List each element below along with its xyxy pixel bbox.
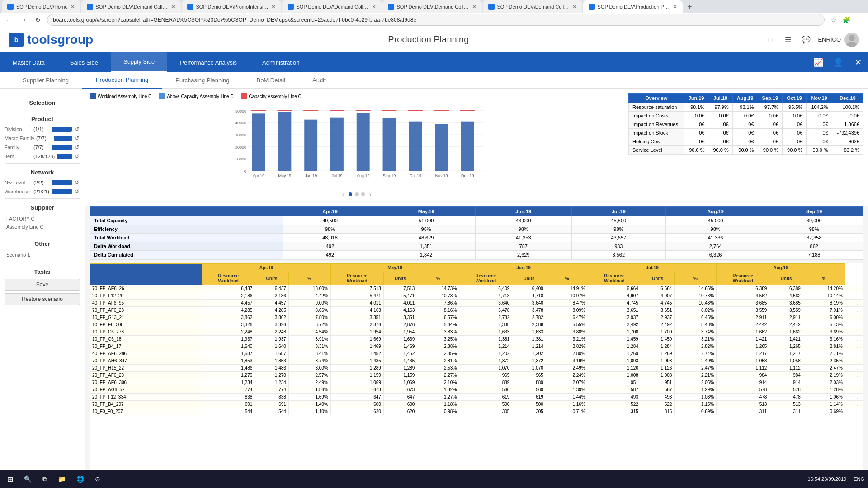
more-button[interactable]: ⋮ [854, 14, 864, 25]
sidebar-refresh[interactable]: ↺ [74, 126, 80, 132]
resource-units: 1,421 [769, 336, 803, 343]
resource-rw: 6,409 [459, 285, 512, 292]
sidebar-refresh[interactable]: ↺ [74, 179, 80, 186]
resource-row: 10_F0_F0_2075445441.10%6206200.98%305305… [90, 408, 863, 415]
nav-item-supply-side[interactable]: Supply Side [111, 52, 167, 72]
chat-icon[interactable]: 💬 [800, 33, 812, 46]
sidebar-supplier-item[interactable]: FACTORY C [5, 215, 80, 223]
overview-cell: 0€ [684, 120, 708, 129]
sub-nav-supplier-planning[interactable]: Supplier Planning [9, 72, 82, 89]
sub-nav-audit[interactable]: Audit [299, 72, 340, 89]
tab-close[interactable]: ✕ [71, 4, 75, 10]
dot-3[interactable] [361, 192, 365, 196]
resource-units: 1,687 [255, 350, 289, 357]
resource-rw: 620 [330, 408, 383, 415]
carousel-next[interactable]: › [367, 191, 374, 198]
nav-item-administration[interactable]: Administration [250, 52, 312, 72]
tab-close[interactable]: ✕ [673, 4, 677, 10]
sidebar-other-item[interactable]: Scenario 1 [5, 251, 80, 259]
start-button[interactable]: ⊞ [4, 475, 17, 483]
dot-1[interactable] [349, 192, 352, 196]
sub-nav-purchasing-planning[interactable]: Purchasing Planning [162, 72, 243, 89]
resource-rw: 4,163 [330, 307, 383, 314]
tab-close[interactable]: ✕ [372, 4, 376, 10]
nav-item-performance-analysis[interactable]: Performance Analysis [167, 52, 250, 72]
supplier-title: Supplier [5, 204, 80, 211]
menu-icon[interactable]: ☰ [782, 33, 794, 46]
resource-row: 10_FP_G13_213,8623,8627.80%3,3513,3516.5… [90, 314, 863, 321]
file-explorer-taskbar[interactable]: 📁 [54, 475, 69, 483]
sidebar-refresh[interactable]: ↺ [74, 135, 80, 141]
sub-nav-production-planning[interactable]: Production Planning [82, 72, 162, 89]
capacity-col-header: May.19 [377, 207, 475, 216]
overview-cell: 90.0 % [708, 146, 732, 155]
nav-close-icon[interactable]: ✕ [848, 52, 868, 72]
resource-units: 2,782 [512, 314, 546, 321]
browser-tab-t5[interactable]: SOP Demo DEV\Demand Collab...✕ [382, 0, 482, 13]
browser-toolbar: ← → ↻ board.tools.group/#/screen?capsule… [0, 13, 868, 27]
resource-item-name: 10_FP_F6_308 [90, 321, 202, 328]
sidebar-refresh[interactable]: ↺ [74, 144, 80, 150]
browser-tab-t4[interactable]: SOP Demo DEV\Demand Collab...✕ [282, 0, 382, 13]
window-icon[interactable]: □ [764, 33, 776, 46]
edge-taskbar[interactable]: 🌐 [73, 475, 88, 483]
browser-tab-t7[interactable]: SOP Demo DEV\Production Pla...✕ [583, 0, 683, 13]
resource-pct-header: % [803, 272, 845, 285]
sidebar-supplier-item[interactable]: Assembly Line C [5, 223, 80, 231]
resource-month-header: Aug.19 [717, 264, 845, 272]
capacity-cell: 933 [571, 242, 665, 251]
capacity-cell: 41,336 [665, 234, 765, 242]
nav-item-sales-side[interactable]: Sales Side [57, 52, 111, 72]
reload-button[interactable]: ↻ [33, 14, 43, 25]
carousel-prev[interactable]: ‹ [340, 191, 347, 198]
save-button[interactable]: Save [5, 279, 80, 291]
capacity-cell: 41,353 [475, 234, 571, 242]
resource-rw: 1,640 [202, 343, 255, 350]
tab-title: SOP Demo DEV\Demand Collab... [297, 4, 369, 9]
browser-tab-t3[interactable]: SOP Demo DEV\PromoIntensity...✕ [182, 0, 281, 13]
chrome-taskbar[interactable]: ⊙ [91, 475, 104, 483]
logo-icon: b [9, 33, 24, 47]
taskbar-search[interactable]: 🔍 [20, 475, 35, 483]
nav-item-master-data[interactable]: Master Data [0, 52, 57, 72]
resource-rw: 1,093 [588, 357, 641, 365]
nav-person-icon[interactable]: 👤 [828, 52, 848, 72]
resource-pct: 0.98% [417, 408, 459, 415]
restore-scenario-button[interactable]: Restore scenario [5, 293, 80, 305]
sub-nav-bom-detail[interactable]: BoM Detail [243, 72, 299, 89]
tab-close[interactable]: ✕ [572, 4, 577, 10]
forward-button[interactable]: → [18, 14, 29, 25]
tab-close[interactable]: ✕ [472, 4, 476, 10]
svg-rect-20 [304, 120, 317, 171]
back-button[interactable]: ← [4, 14, 14, 25]
tab-favicon [187, 4, 193, 10]
sidebar-refresh[interactable]: ↺ [74, 188, 80, 195]
extensions-button[interactable]: 🧩 [841, 14, 852, 25]
tab-close[interactable]: ✕ [171, 4, 175, 10]
task-view-button[interactable]: ⧉ [39, 475, 51, 483]
tab-close[interactable]: ✕ [271, 4, 276, 10]
nav-chart-icon[interactable]: 📈 [808, 52, 828, 72]
capacity-cell: 45,000 [665, 216, 765, 225]
resource-table-wrap[interactable]: Apr.19May.19Jun.19Jul.19Aug.19ResourceWo… [90, 263, 863, 488]
browser-tab-t1[interactable]: SOP Demo DEV\Home✕ [2, 0, 80, 13]
resource-pct: 1.69% [288, 394, 330, 401]
new-tab-button[interactable]: + [684, 0, 696, 13]
address-bar[interactable]: board.tools.group/#/screen?capsulePath=G… [47, 14, 825, 26]
resource-units: 1,234 [255, 379, 289, 386]
bookmark-button[interactable]: ☆ [828, 14, 839, 25]
resource-units: 3,478 [512, 307, 546, 314]
resource-pct: 2.07% [546, 379, 588, 386]
overview-row: Service Level90.0 %90.0 %90.0 %90.0 %90.… [629, 146, 863, 155]
resource-pct: 2.74% [675, 350, 717, 357]
dot-2[interactable] [355, 192, 359, 196]
capacity-cell: 43,657 [571, 234, 665, 242]
user-area[interactable]: ENRICO [818, 33, 859, 47]
sidebar-refresh[interactable]: ↺ [74, 153, 80, 160]
browser-tab-t6[interactable]: SOP Demo DEV\Demand Collab...✕ [483, 0, 582, 13]
browser-tab-t2[interactable]: SOP Demo DEV\Demand Collab...✕ [81, 0, 181, 13]
resource-month-header: May.19 [330, 264, 459, 272]
resource-rw: 965 [459, 372, 512, 379]
resource-units: 619 [512, 394, 546, 401]
resource-more: ... [845, 365, 863, 372]
